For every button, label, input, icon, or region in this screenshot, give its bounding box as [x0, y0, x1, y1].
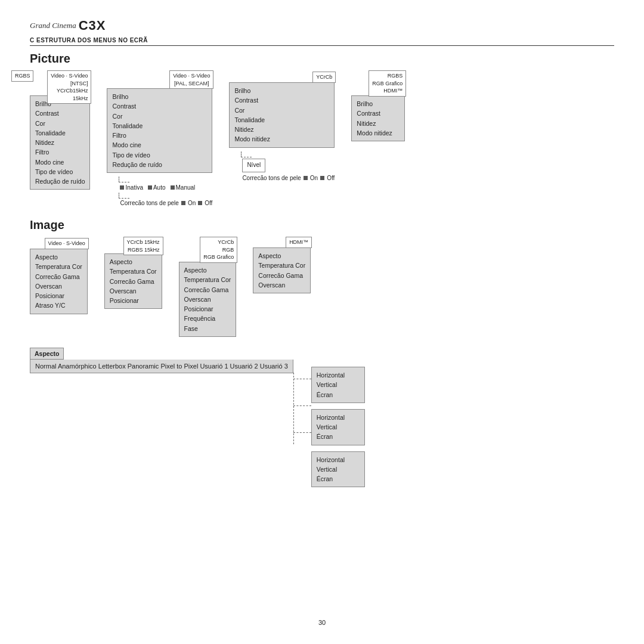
picture-title: Picture [30, 52, 614, 66]
img-overscan-1: Overscan [35, 281, 82, 291]
picture-col2-options: Inativa Auto Manual Correcão tons de pel… [107, 177, 212, 206]
image-menu-1: Aspecto Temperatura Cor Correcão Gama Ov… [30, 249, 88, 314]
option-row-2: Inativa Auto Manual [120, 184, 212, 191]
picture-tag-4: RGBSRGB GraficoHDMI™ [369, 70, 406, 97]
item-cor-3: Cor [234, 106, 329, 115]
item-nitidez-3: Nitidez [234, 125, 329, 134]
item-tonalidade-3: Tonalidade [234, 115, 329, 125]
item-filtro-1: Filtro [35, 147, 85, 157]
aspecto-label-box: Aspecto [30, 348, 64, 360]
img-atraso-1: Atraso Y/C [35, 301, 82, 310]
img-aspecto-1: Aspecto [35, 252, 82, 262]
asp-pixel: Pixel to Pixel [160, 363, 198, 370]
item-brilho-4: Brilho [357, 99, 400, 109]
sub3-vertical: Vertical [317, 465, 360, 474]
image-menu-4: Aspecto Temperatura Cor Correcão Gama Ov… [253, 247, 311, 293]
sq-off-2 [198, 201, 202, 205]
sub-menu-2: Horizontal Vertical Écran [311, 409, 365, 445]
img-aspecto-4: Aspecto [258, 251, 305, 261]
sub2-horizontal: Horizontal [317, 413, 360, 422]
img-fase-3: Fase [184, 324, 231, 333]
picture-columns: Video · S-Video[NTSC]YCrCb15kHz15kHz RGB… [30, 70, 614, 206]
img-tempcor-1: Temperatura Cor [35, 262, 82, 271]
item-tipovideo-1: Tipo de vídeo [35, 167, 85, 177]
image-tag-3: YCrCbRGBRGB Grafico [200, 237, 237, 263]
img-correcao-2: Correcão Gama [110, 277, 157, 286]
image-columns: Video · S-Video Aspecto Temperatura Cor … [30, 237, 614, 337]
picture-menu-1: Brilho Contrast Cor Tonalidade Nitidez F… [30, 95, 90, 190]
sq-on-2 [181, 201, 185, 205]
item-modocine-2: Modo cine [112, 140, 207, 150]
item-reducao-1: Redução de ruído [35, 177, 85, 186]
img-overscan-4: Overscan [258, 280, 305, 290]
picture-col-1: Video · S-Video[NTSC]YCrCb15kHz15kHz RGB… [30, 95, 90, 190]
aspecto-section: Aspecto Normal Anamórphico Letterbox Pan… [30, 348, 614, 487]
correcao-col3: Correcão tons de pele On Off [242, 175, 335, 181]
asp-user1: Usuarió 1 [200, 363, 228, 370]
sq-manual [171, 185, 175, 190]
item-modocine-1: Modo cine [35, 157, 85, 167]
img-aspecto-2: Aspecto [110, 257, 157, 267]
nivel-box: Nível [242, 159, 265, 172]
img-aspecto-3: Aspecto [184, 265, 231, 275]
header: Grand Cinema C3X [30, 18, 614, 33]
sq-auto [148, 185, 152, 190]
sub3-ecran: Écran [317, 474, 360, 484]
item-nitidez-1: Nitidez [35, 138, 85, 147]
item-contrast-2: Contrast [112, 101, 207, 111]
picture-col-3: YCrCb Brilho Contrast Cor Tonalidade Nit… [229, 82, 335, 181]
image-menu-3: Aspecto Temperatura Cor Correcão Gama Ov… [179, 262, 237, 337]
sq-off-3 [320, 176, 324, 180]
item-tipovideo-2: Tipo de vídeo [112, 150, 207, 160]
item-reducao-2: Redução de ruído [112, 160, 207, 169]
item-contrast-3: Contrast [234, 95, 329, 105]
img-overscan-2: Overscan [110, 286, 157, 296]
aspecto-main-wrapper: Aspecto Normal Anamórphico Letterbox Pan… [30, 348, 293, 373]
sq-inativa [120, 185, 124, 190]
picture-tag-1: Video · S-Video[NTSC]YCrCb15kHz15kHz [47, 70, 91, 104]
sub1-vertical: Vertical [317, 380, 360, 389]
sub-menu-1: Horizontal Vertical Écran [311, 367, 365, 403]
asp-user2: Usuarió 2 [230, 363, 258, 370]
asp-anamor: Anamórphico [58, 363, 97, 370]
image-tag-1: Video · S-Video [45, 238, 89, 249]
sub-menu-3: Horizontal Vertical Écran [311, 451, 365, 488]
picture-section: Picture Video · S-Video[NTSC]YCrCb15kHz1… [30, 52, 614, 206]
img-tempcor-3: Temperatura Cor [184, 275, 231, 284]
item-brilho-2: Brilho [112, 92, 207, 101]
asp-letter: Letterbox [98, 363, 126, 370]
picture-menu-2: Brilho Contrast Cor Tonalidade Filtro Mo… [107, 88, 212, 173]
picture-tag-2: Video · S-Video[PAL, SECAM] [169, 70, 213, 89]
image-tag-2: YCrCb 15kHzRGBS 15kHz [123, 237, 163, 255]
asp-normal: Normal [35, 363, 56, 370]
correcao-row-3: Correcão tons de pele On Off [242, 175, 335, 181]
img-tempcor-4: Temperatura Cor [258, 261, 305, 270]
aspecto-label: Aspecto [35, 350, 59, 357]
picture-menu-3: Brilho Contrast Cor Tonalidade Nitidez M… [229, 82, 335, 148]
picture-col-2: Video · S-Video[PAL, SECAM] Brilho Contr… [107, 88, 212, 206]
image-col-3: YCrCbRGBRGB Grafico Aspecto Temperatura … [179, 262, 237, 337]
brand-italic: Grand Cinema [30, 21, 76, 30]
img-correcao-3: Correcão Gama [184, 285, 231, 295]
image-col-4: HDMI™ Aspecto Temperatura Cor Correcão G… [253, 247, 311, 293]
image-menu-2: Aspecto Temperatura Cor Correcão Gama Ov… [104, 253, 162, 309]
item-contrast-1: Contrast [35, 109, 85, 118]
image-tag-4: HDMI™ [286, 237, 312, 248]
item-tonalidade-1: Tonalidade [35, 128, 85, 138]
item-modonitidez-3: Modo nitidez [234, 134, 329, 144]
picture-col-4: RGBSRGB GraficoHDMI™ Brilho Contrast Nit… [351, 95, 405, 141]
img-correcao-1: Correcão Gama [35, 272, 82, 281]
brand-bold: C3X [79, 18, 106, 33]
sq-on-3 [304, 176, 308, 180]
sub2-ecran: Écran [317, 432, 360, 441]
item-tonalidade-2: Tonalidade [112, 121, 207, 131]
sub3-horizontal: Horizontal [317, 455, 360, 465]
img-tempcor-2: Temperatura Cor [110, 267, 157, 276]
item-cor-1: Cor [35, 119, 85, 128]
picture-tag-rgbs: RGBS [11, 70, 34, 82]
img-frequencia-3: Frequência [184, 314, 231, 323]
image-col-1: Video · S-Video Aspecto Temperatura Cor … [30, 249, 88, 314]
picture-col3-options: Nível Correcão tons de pele On Off [229, 151, 335, 181]
item-brilho-3: Brilho [234, 86, 329, 95]
image-section: Image Video · S-Video Aspecto Temperatur… [30, 218, 614, 487]
